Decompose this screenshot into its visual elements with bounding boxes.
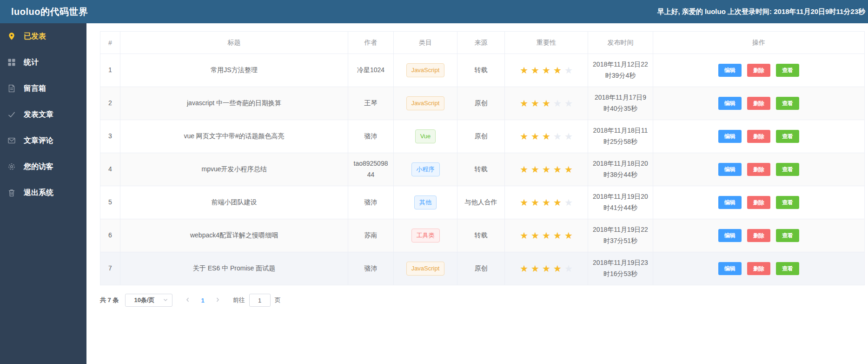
app-title: luoluo的代码世界 <box>11 6 88 18</box>
sidebar-item-your-visitors[interactable]: 您的访客 <box>0 154 86 180</box>
sidebar-item-logout[interactable]: 退出系统 <box>0 180 86 206</box>
sidebar-item-article-comments[interactable]: 文章评论 <box>0 128 86 154</box>
author-cell: 骆沛 <box>348 120 394 153</box>
published-time-cell: 2018年11月19日22时37分51秒 <box>588 219 653 252</box>
category-tag: JavaScript <box>406 63 445 77</box>
column-header-importance: 重要性 <box>505 32 588 54</box>
pagination-bar: 共 7 条 10条/页 1 <box>100 294 865 307</box>
delete-button[interactable]: 删除 <box>747 196 770 209</box>
pager: 1 <box>180 297 225 304</box>
prev-page-button[interactable] <box>180 297 196 304</box>
published-time-cell: 2018年11月19日20时41分44秒 <box>588 186 653 219</box>
page-number-button[interactable]: 1 <box>196 297 209 304</box>
star-filled-icon: ★ <box>553 164 562 175</box>
delete-button[interactable]: 删除 <box>747 163 770 176</box>
published-time-cell: 2018年11月17日9时40分35秒 <box>588 87 653 120</box>
actions-cell: 编辑删除查看 <box>653 252 865 285</box>
next-page-button[interactable] <box>210 297 225 304</box>
star-empty-icon: ★ <box>564 197 573 208</box>
edit-button[interactable]: 编辑 <box>718 262 742 275</box>
view-button[interactable]: 查看 <box>776 64 799 77</box>
table-row: 7关于 ES6 中 Promise 面试题骆沛JavaScript原创★★★★★… <box>100 252 865 285</box>
edit-button[interactable]: 编辑 <box>718 97 742 110</box>
star-rating: ★★★★★ <box>505 219 588 252</box>
edit-button[interactable]: 编辑 <box>718 130 742 143</box>
edit-button[interactable]: 编辑 <box>718 196 742 209</box>
delete-button[interactable]: 删除 <box>747 262 770 275</box>
column-header-published: 发布时间 <box>588 32 653 54</box>
star-rating: ★★★★★ <box>505 54 588 87</box>
view-button[interactable]: 查看 <box>776 97 799 110</box>
category-tag: 工具类 <box>411 229 440 243</box>
table-row: 1常用JS方法整理冷星1024JavaScript转载★★★★★2018年11月… <box>100 54 865 87</box>
sidebar: 已发表统计留言箱发表文章文章评论您的访客退出系统 <box>0 23 86 364</box>
star-filled-icon: ★ <box>520 65 528 75</box>
sidebar-item-published[interactable]: 已发表 <box>0 23 86 49</box>
star-rating: ★★★★★ <box>505 87 588 120</box>
category-cell: JavaScript <box>394 54 457 87</box>
star-empty-icon: ★ <box>564 131 573 142</box>
delete-button[interactable]: 删除 <box>747 64 770 77</box>
actions-cell: 编辑删除查看 <box>653 153 865 186</box>
edit-button[interactable]: 编辑 <box>718 229 742 242</box>
row-index-cell: 6 <box>100 219 120 252</box>
category-cell: Vue <box>394 120 457 153</box>
delete-button[interactable]: 删除 <box>747 130 770 143</box>
table-row: 4mpvue开发小程序总结tao892509844小程序转载★★★★★2018年… <box>100 153 865 186</box>
star-filled-icon: ★ <box>542 164 550 175</box>
star-filled-icon: ★ <box>542 98 550 108</box>
article-title-cell: mpvue开发小程序总结 <box>120 153 348 186</box>
star-filled-icon: ★ <box>531 197 539 208</box>
star-filled-icon: ★ <box>531 131 539 142</box>
main-content: #标题作者类目来源重要性发布时间操作 1常用JS方法整理冷星1024JavaSc… <box>86 23 868 364</box>
view-button[interactable]: 查看 <box>776 229 799 242</box>
source-cell: 转载 <box>457 54 505 87</box>
sidebar-item-post-article[interactable]: 发表文章 <box>0 101 86 128</box>
category-cell: 其他 <box>394 186 457 219</box>
star-filled-icon: ★ <box>520 98 528 108</box>
table-row: 3vue 网页文字中带#的话题颜色高亮骆沛Vue原创★★★★★2018年11月1… <box>100 120 865 153</box>
star-filled-icon: ★ <box>531 230 539 241</box>
delete-button[interactable]: 删除 <box>747 229 770 242</box>
category-tag: Vue <box>415 129 436 143</box>
page-size-value: 10条/页 <box>134 296 154 304</box>
category-cell: 小程序 <box>394 153 457 186</box>
column-header-actions: 操作 <box>653 32 865 54</box>
grid-icon <box>7 58 16 67</box>
actions-cell: 编辑删除查看 <box>653 219 865 252</box>
sidebar-item-statistics[interactable]: 统计 <box>0 49 86 75</box>
star-filled-icon: ★ <box>542 230 550 241</box>
edit-button[interactable]: 编辑 <box>718 64 742 77</box>
star-filled-icon: ★ <box>520 131 528 142</box>
article-title-cell: vue 网页文字中带#的话题颜色高亮 <box>120 120 348 153</box>
delete-button[interactable]: 删除 <box>747 97 770 110</box>
column-header-title: 标题 <box>120 32 348 54</box>
sidebar-item-message-box[interactable]: 留言箱 <box>0 75 86 101</box>
view-button[interactable]: 查看 <box>776 130 799 143</box>
star-empty-icon: ★ <box>564 263 573 274</box>
star-filled-icon: ★ <box>542 65 550 75</box>
row-index-cell: 4 <box>100 153 120 186</box>
star-rating: ★★★★★ <box>505 186 588 219</box>
star-filled-icon: ★ <box>564 164 573 175</box>
view-button[interactable]: 查看 <box>776 262 799 275</box>
edit-button[interactable]: 编辑 <box>718 163 742 176</box>
star-empty-icon: ★ <box>564 65 573 75</box>
star-rating: ★★★★★ <box>505 252 588 285</box>
view-button[interactable]: 查看 <box>776 196 799 209</box>
page-size-select[interactable]: 10条/页 <box>125 294 172 307</box>
star-empty-icon: ★ <box>553 131 562 142</box>
star-filled-icon: ★ <box>553 263 562 274</box>
greeting-text: 早上好, 亲爱的 luoluo 上次登录时间: 2018年11月20日9时11分… <box>657 7 865 16</box>
view-button[interactable]: 查看 <box>776 163 799 176</box>
trash-icon <box>7 188 16 197</box>
article-title-cell: javascript 中一些奇葩的日期换算 <box>120 87 348 120</box>
goto-page-input[interactable] <box>249 294 271 307</box>
star-filled-icon: ★ <box>531 164 539 175</box>
category-cell: 工具类 <box>394 219 457 252</box>
topbar: luoluo的代码世界 早上好, 亲爱的 luoluo 上次登录时间: 2018… <box>0 0 868 23</box>
goto-page: 前往 页 <box>233 294 281 307</box>
star-filled-icon: ★ <box>553 230 562 241</box>
actions-cell: 编辑删除查看 <box>653 54 865 87</box>
category-tag: JavaScript <box>406 262 445 276</box>
